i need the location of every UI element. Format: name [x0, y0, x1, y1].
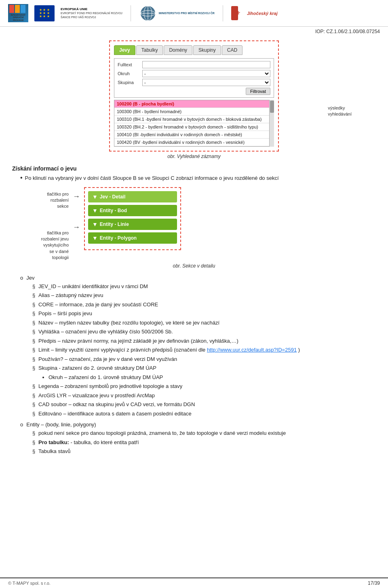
- detail-mockup: ▼ Jev - Detail ▼ Entity - Bod ▼ Entity -…: [84, 187, 181, 250]
- entity-linie-label: Entity - Linie: [100, 221, 129, 227]
- result-item-0[interactable]: 100200 (B - plocha bydlení): [114, 100, 274, 108]
- entity-item-tabulka-stavu: Tabulka stavů: [32, 447, 376, 455]
- jev-item-nazev: Název – myšlen název tabulky (bez rozdíl…: [32, 319, 376, 327]
- footer-company: © T-MAPY spol. s r.o.: [8, 581, 51, 586]
- mmr-globe-icon: [139, 5, 157, 21]
- filter-button[interactable]: Filtrovat: [246, 88, 270, 95]
- jev-item-0: JEV_ID – unikátní identifikátor jevu v r…: [32, 282, 376, 291]
- main-content: Jevy Tabulky Domény Skupiny CAD Fulltext…: [0, 36, 388, 468]
- jev-item-limit: Limit – limity využití území vyplývající…: [32, 346, 376, 354]
- screenshot-area: Jevy Tabulky Domény Skupiny CAD Fulltext…: [12, 40, 376, 152]
- results-list: 100200 (B - plocha bydlení) 100300 (BH -…: [114, 100, 274, 147]
- jev-item-pouzivan: Používán? – označení, zda je jev v dané …: [32, 355, 376, 363]
- section-heading-container: Získání informací o jevu: [12, 165, 376, 172]
- figure-caption-2: obr. Sekce v detailu: [12, 263, 376, 269]
- arrows-col: → →: [73, 189, 80, 232]
- logos-container: INTEGROVANÝ OPERAČNÍ PROGRAM ★ ★ ★★ ★ ★★…: [8, 4, 380, 22]
- iop-logo-box: INTEGROVANÝ OPERAČNÍ PROGRAM: [8, 4, 28, 22]
- entity-item-pro-tabulku: Pro tabulku: - tabulka, do které entita …: [32, 438, 376, 447]
- skupina-sub-0: Okruh – zařazení do 1. úrovně struktury …: [48, 373, 376, 381]
- entity-polygon-label: Entity - Polygon: [100, 235, 137, 241]
- result-item-2[interactable]: 100310 (BH.1 -bydlení hromadné v bytovýc…: [114, 116, 274, 123]
- fulltext-row: Fulltext: [118, 61, 270, 68]
- annotation-text: výsledkyvyhledávání: [328, 105, 352, 118]
- eu-text-line3: ŠANCE PRO VÁŠ ROZVOJ: [61, 15, 122, 19]
- eu-stars: ★ ★ ★★ ★ ★★ ★ ★: [39, 8, 49, 18]
- jev-item-cad: CAD soubor – odkaz na skupinu jevů v CAD…: [32, 400, 376, 409]
- tab-tabulky[interactable]: Tabulky: [136, 45, 163, 55]
- jihoceski-emblem-icon: ⚜: [231, 6, 245, 20]
- arrow-top-icon: →: [73, 192, 80, 201]
- scrollbar[interactable]: [269, 100, 274, 147]
- jev-detail-arrow-icon: ▼: [92, 194, 98, 200]
- fulltext-input[interactable]: [142, 61, 270, 68]
- entity-bod-label: Entity - Bod: [100, 208, 127, 213]
- entity-linie-arrow-icon: ▼: [92, 221, 98, 228]
- okruh-label: Okruh: [118, 71, 140, 76]
- jev-detail-label: Jev - Detail: [100, 194, 125, 200]
- svg-text:⚜: ⚜: [235, 10, 240, 16]
- jev-item-skupina: Skupina - zařazení do 2. úrovně struktur…: [32, 364, 376, 381]
- entity-circle-o: o: [20, 422, 23, 428]
- jev-item-1: Alias – zástupný název jevu: [32, 291, 376, 299]
- iop-logo: INTEGROVANÝ OPERAČNÍ PROGRAM: [8, 4, 28, 22]
- detail-mockup-wrapper: tlačítko prorozbalenísekce tlačítka pror…: [12, 187, 376, 261]
- skupina-select[interactable]: -: [142, 79, 270, 86]
- scrollbar-thumb: [270, 101, 274, 113]
- arrow-bottom-icon: →: [73, 223, 80, 232]
- jev-item-arcgis: ArcGIS LYR – vizualizace jevu v prostřed…: [32, 392, 376, 400]
- ui-mockup: Jevy Tabulky Domény Skupiny CAD Fulltext…: [109, 40, 279, 152]
- tab-cad[interactable]: CAD: [222, 45, 242, 55]
- result-item-3[interactable]: 100320 (BH.2 - bydlení hromadné v bytový…: [114, 123, 274, 131]
- tab-skupiny[interactable]: Skupiny: [193, 45, 221, 55]
- tab-domeny[interactable]: Domény: [164, 45, 192, 55]
- filter-button-row: Filtrovat: [118, 88, 270, 95]
- skupina-label: Skupina: [118, 80, 140, 85]
- result-item-4[interactable]: 100410 (BI -bydlení individuální v rodin…: [114, 131, 274, 139]
- annotation-top: tlačítko prorozbalenísekce: [12, 191, 69, 210]
- result-item-1[interactable]: 100300 (BH - bydlení hromadné): [114, 108, 274, 116]
- entity-polygon-arrow-icon: ▼: [92, 235, 98, 241]
- jev-detail-btn[interactable]: ▼ Jev - Detail: [88, 191, 177, 202]
- okruh-row: Okruh -: [118, 70, 270, 77]
- jev-section: o Jev JEV_ID – unikátní identifikátor je…: [12, 275, 376, 418]
- mmr-text: MINISTERSTVO PRO MÍSTNÍ ROZVOJ ČR: [159, 11, 215, 15]
- entity-polygon-btn[interactable]: ▼ Entity - Polygon: [88, 232, 177, 244]
- entity-bod-btn[interactable]: ▼ Entity - Bod: [88, 205, 177, 216]
- jev-heading: Jev: [26, 275, 34, 281]
- entity-pro-tabulku-bold: Pro tabulku:: [38, 439, 70, 445]
- limit-link[interactable]: http://www.uur.cz/default.asp?ID=2591: [207, 347, 297, 353]
- page-footer: © T-MAPY spol. s r.o. 17/39: [0, 577, 388, 588]
- eu-text-line2: EVROPSKÝ FOND PRO REGIONÁLNÍ ROZVOJ: [61, 11, 122, 15]
- jev-heading-row: o Jev: [20, 275, 376, 281]
- iop-logo-text: INTEGROVANÝ OPERAČNÍ PROGRAM: [9, 5, 27, 22]
- annotation-bottom: tlačítka prorozbalení jevuvyskytujícíhos…: [12, 230, 69, 261]
- jihoceski-logo: ⚜ Jihočeský kraj: [231, 6, 278, 20]
- entity-bod-arrow-icon: ▼: [92, 207, 98, 214]
- entity-heading-row: o Entity – (body, linie, polygony): [20, 422, 376, 428]
- entity-linie-btn[interactable]: ▼ Entity - Linie: [88, 219, 177, 230]
- tab-jevy[interactable]: Jevy: [114, 45, 135, 55]
- jev-circle-o: o: [20, 275, 23, 281]
- eu-logo: ★ ★ ★★ ★ ★★ ★ ★: [34, 5, 55, 21]
- iop-reference: IOP: CZ.1.06/2.1.00/08.07254: [0, 27, 388, 36]
- left-annotations: tlačítko prorozbalenísekce tlačítka pror…: [12, 187, 69, 261]
- skupina-row: Skupina -: [118, 79, 270, 86]
- jev-item-vyhlaska: Vyhláška – označení jevu dle vyhlášky čí…: [32, 328, 376, 336]
- results-list-wrapper: 100200 (B - plocha bydlení) 100300 (BH -…: [114, 100, 274, 147]
- section-desc: Po klinutí na vybraný jev v dolní části …: [25, 174, 279, 182]
- entity-bullets: pokud není sekce pro danou topologii prá…: [20, 429, 376, 455]
- fulltext-label: Fulltext: [118, 62, 140, 67]
- jev-item-legenda: Legenda – zobrazení symbolů pro jednotli…: [32, 382, 376, 390]
- entity-section: o Entity – (body, linie, polygony) pokud…: [12, 422, 376, 455]
- result-item-5[interactable]: 100420 (BV -bydlení individuální v rodin…: [114, 139, 274, 146]
- jev-bullets: JEV_ID – unikátní identifikátor jevu v r…: [20, 282, 376, 418]
- okruh-select[interactable]: -: [142, 70, 270, 77]
- filter-form: Fulltext Okruh - Skupina - Filtrovat: [114, 58, 274, 98]
- entity-pro-tabulku-text: - tabulka, do které entita patří: [70, 439, 139, 445]
- jev-item-2: CORE – informace, zda je daný jev součás…: [32, 301, 376, 309]
- jev-item-popis: Popis – širší popis jevu: [32, 310, 376, 318]
- jev-item-editovano: Editováno – identifikace autora s datem …: [32, 410, 376, 418]
- eu-text-block: EVROPSKÁ UNIE EVROPSKÝ FOND PRO REGIONÁL…: [61, 7, 122, 19]
- mmr-logo: MINISTERSTVO PRO MÍSTNÍ ROZVOJ ČR: [139, 5, 215, 21]
